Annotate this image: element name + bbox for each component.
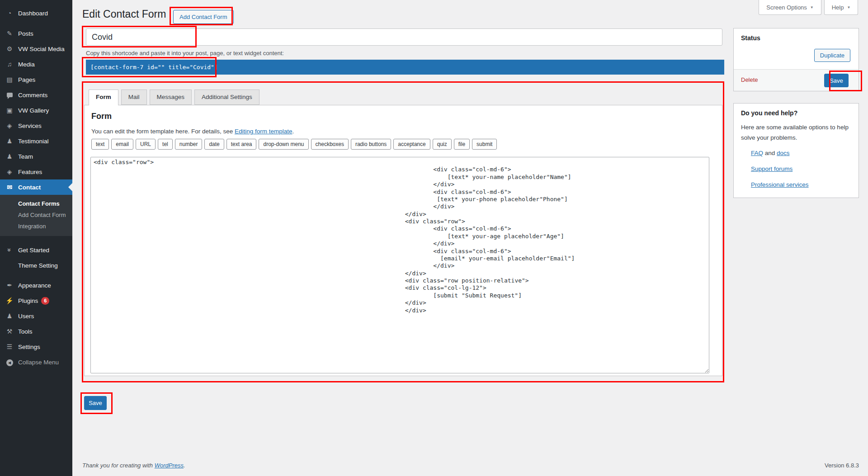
tag-button-number[interactable]: number [175, 139, 203, 150]
pushpin-icon: ✎ [5, 30, 14, 37]
sidebar-item-label: Pages [18, 76, 35, 83]
submenu-item-integration[interactable]: Integration [0, 221, 72, 232]
paintbrush-icon: ✒ [5, 282, 14, 289]
tag-button-date[interactable]: date [204, 139, 224, 150]
tag-button-email[interactable]: email [111, 139, 133, 150]
faq-docs-links: FAQ and docs [751, 150, 790, 156]
sidebar-item-contact[interactable]: ✉ Contact [0, 179, 72, 195]
sidebar-item-label: VW Social Media [18, 46, 65, 52]
sidebar-item-label: Team [18, 153, 33, 160]
tab-mail[interactable]: Mail [121, 90, 147, 105]
chevron-down-icon: ▼ [847, 5, 850, 9]
submenu-item-contact-forms[interactable]: Contact Forms [0, 198, 72, 209]
save-button[interactable]: Save [84, 396, 107, 410]
status-footer-bar: Delete Save [734, 69, 859, 91]
status-heading: Status [741, 34, 760, 42]
save-button-status[interactable]: Save [824, 74, 849, 87]
professional-services-link-row: Professional services [751, 181, 809, 188]
footer-thanks: Thank you for creating with WordPress. [82, 462, 185, 469]
sidebar-item-dashboard[interactable]: ◔ Dashboard [0, 5, 72, 21]
professional-services-link[interactable]: Professional services [751, 181, 809, 188]
tag-button-file[interactable]: file [454, 139, 470, 150]
plug-icon: ⚡ [5, 297, 14, 304]
submenu-item-add-contact-form[interactable]: Add Contact Form [0, 209, 72, 221]
sidebar-separator [0, 273, 72, 278]
sidebar-item-label: Theme Setting [18, 262, 58, 269]
help-label: Help [832, 4, 844, 11]
editor-tabs: Form Mail Messages Additional Settings [89, 90, 259, 105]
status-metabox: Status Duplicate Delete Save [733, 28, 859, 91]
faq-link[interactable]: FAQ [751, 150, 763, 156]
editing-form-template-link[interactable]: Editing form template [235, 128, 292, 135]
thanks-text: Thank you for creating with [82, 462, 155, 469]
sidebar-item-services[interactable]: ◈ Services [0, 118, 72, 133]
tag-button-submit[interactable]: submit [472, 139, 497, 150]
sidebar-item-label: Settings [18, 344, 40, 350]
duplicate-button[interactable]: Duplicate [814, 49, 850, 62]
sidebar-item-label: Contact [18, 184, 41, 191]
collapse-arrow-icon: ◀ [5, 358, 14, 366]
tag-button-text[interactable]: text [91, 139, 109, 150]
help-button[interactable]: Help ▼ [824, 0, 858, 15]
media-icon: ♫ [5, 61, 14, 68]
tag-icon: ◈ [5, 122, 14, 129]
sidebar-item-media[interactable]: ♫ Media [0, 57, 72, 72]
footer-version: Version 6.8.3 [825, 462, 859, 469]
tag-button-acceptance[interactable]: acceptance [393, 139, 430, 150]
dashboard-icon: ◔ [5, 9, 14, 17]
sidebar-item-plugins[interactable]: ⚡ Plugins 6 [0, 293, 72, 308]
tag-button-url[interactable]: URL [136, 139, 156, 150]
screen-options-button[interactable]: Screen Options ▼ [759, 0, 821, 15]
sidebar-item-vw-gallery[interactable]: ▣ VW Gallery [0, 103, 72, 118]
panel-form-heading: Form [91, 112, 112, 121]
pages-icon: ▤ [5, 76, 14, 83]
comment-icon [5, 91, 14, 99]
sidebar-item-team[interactable]: ♟ Team [0, 149, 72, 164]
sidebar-item-label: Services [18, 123, 42, 129]
sidebar-item-vw-social-media[interactable]: ⚙ VW Social Media [0, 41, 72, 57]
form-title-input[interactable] [86, 28, 722, 46]
sidebar-item-settings[interactable]: ☰ Settings [0, 339, 72, 354]
tag-button-drop-down-menu[interactable]: drop-down menu [259, 139, 308, 150]
sidebar-item-posts[interactable]: ✎ Posts [0, 26, 72, 41]
sidebar-item-appearance[interactable]: ✒ Appearance [0, 278, 72, 293]
add-contact-form-button[interactable]: Add Contact Form [173, 10, 234, 24]
sidebar-item-label: VW Gallery [18, 107, 49, 114]
sidebar-item-comments[interactable]: Comments [0, 87, 72, 103]
sidebar-item-get-started[interactable]: » Get Started [0, 242, 72, 258]
docs-link[interactable]: docs [777, 150, 790, 156]
help-heading: Do you need help? [741, 109, 797, 117]
sidebar-item-users[interactable]: ♟ Users [0, 308, 72, 324]
tag-button-tel[interactable]: tel [158, 139, 173, 150]
sidebar-item-tools[interactable]: ⚒ Tools [0, 324, 72, 339]
shortcode-field[interactable]: [contact-form-7 id="" title="Covid"] [86, 60, 724, 75]
shortcode-hint: Copy this shortcode and paste it into yo… [86, 50, 284, 57]
sidebar-item-features[interactable]: ◈ Features [0, 164, 72, 179]
sidebar-item-label: Dashboard [18, 10, 48, 17]
sidebar-item-label: Users [18, 313, 34, 320]
form-template-textarea[interactable]: <div class="row"> <div class="col-md-6">… [90, 157, 709, 373]
tag-button-quiz[interactable]: quiz [433, 139, 452, 150]
tab-messages[interactable]: Messages [150, 90, 192, 105]
sidebar-item-label: Get Started [18, 247, 49, 254]
sidebar-item-collapse-menu[interactable]: ◀ Collapse Menu [0, 354, 72, 370]
help-intro-text: Here are some available options to help … [741, 123, 852, 143]
sidebar-item-testimonial[interactable]: ♟ Testimonial [0, 133, 72, 149]
sidebar-item-pages[interactable]: ▤ Pages [0, 72, 72, 87]
plugins-update-badge: 6 [41, 297, 49, 305]
tab-form[interactable]: Form [89, 90, 118, 105]
panel-description: You can edit the form template here. For… [91, 128, 294, 135]
support-forums-link[interactable]: Support forums [751, 165, 793, 172]
tag-icon: ◈ [5, 168, 14, 175]
sidebar-item-label: Features [18, 169, 42, 175]
delete-link[interactable]: Delete [741, 76, 758, 83]
gallery-icon: ▣ [5, 107, 14, 114]
and-text: and [763, 150, 777, 156]
wordpress-link[interactable]: WordPress [155, 462, 184, 469]
tag-button-radio-buttons[interactable]: radio buttons [351, 139, 391, 150]
person-icon: ♟ [5, 137, 14, 145]
tab-additional-settings[interactable]: Additional Settings [194, 90, 259, 105]
tag-button-checkboxes[interactable]: checkboxes [311, 139, 349, 150]
tag-button-text-area[interactable]: text area [226, 139, 257, 150]
sidebar-item-theme-setting[interactable]: Theme Setting [0, 258, 72, 273]
